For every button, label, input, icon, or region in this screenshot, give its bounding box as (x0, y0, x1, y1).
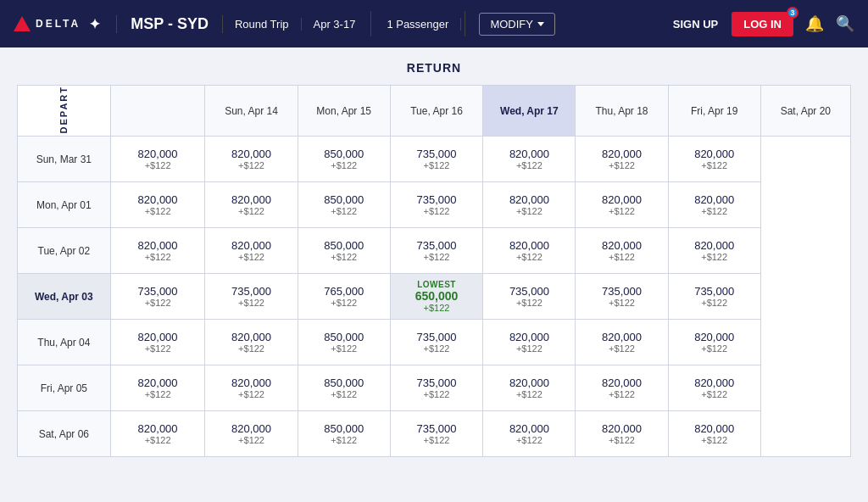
row-date: Mon, Apr 01 (18, 182, 111, 228)
price-cell[interactable]: 820,000+$122 (205, 228, 298, 274)
price-cell[interactable]: 820,000+$122 (205, 137, 298, 182)
search-icon[interactable]: 🔍 (836, 14, 854, 33)
price-cell[interactable]: 850,000+$122 (298, 365, 390, 411)
price-cell[interactable]: 850,000+$122 (298, 411, 390, 457)
price-cell[interactable]: 735,000+$122 (110, 274, 205, 320)
table-row: Fri, Apr 05820,000+$122820,000+$122850,0… (18, 365, 851, 411)
price-cell[interactable]: 820,000+$122 (668, 137, 760, 182)
globe-icon: ✦ (89, 16, 103, 32)
col-header-5: Fri, Apr 19 (668, 86, 760, 137)
price-cell[interactable]: 820,000+$122 (110, 182, 205, 228)
price-cell[interactable]: 820,000+$122 (110, 411, 205, 457)
row-date: Sun, Mar 31 (18, 137, 111, 182)
price-cell[interactable]: 820,000+$122 (205, 182, 298, 228)
col-header-0: Sun, Apr 14 (205, 86, 298, 137)
price-cell[interactable]: 820,000+$122 (576, 411, 668, 457)
table-row: Wed, Apr 03735,000+$122735,000+$122765,0… (18, 274, 851, 320)
modify-button[interactable]: MODIFY (479, 13, 555, 36)
notification-bell-icon[interactable]: 🔔 (805, 14, 824, 33)
price-cell[interactable]: 820,000+$122 (205, 365, 298, 411)
price-cell[interactable]: 735,000+$122 (390, 182, 483, 228)
depart-label: DEPART (58, 86, 69, 133)
col-header-3: Wed, Apr 17 (483, 86, 576, 137)
price-cell[interactable]: 820,000+$122 (483, 137, 576, 182)
row-date: Thu, Apr 04 (18, 320, 111, 365)
row-date: Fri, Apr 05 (18, 365, 111, 411)
row-date: Tue, Apr 02 (18, 228, 111, 274)
signup-button[interactable]: SIGN UP (673, 18, 718, 31)
price-cell[interactable]: 820,000+$122 (110, 320, 205, 365)
logo-text: DELTA (36, 18, 81, 30)
login-button[interactable]: LOG IN 3 (732, 12, 793, 36)
price-cell[interactable]: 820,000+$122 (483, 228, 576, 274)
price-cell[interactable]: 735,000+$122 (483, 274, 576, 320)
col-header-6: Sat, Apr 20 (760, 86, 850, 137)
corner-header (110, 86, 205, 137)
delta-triangle-icon (14, 16, 31, 31)
trip-type: Round Trip (223, 18, 302, 31)
price-cell[interactable]: 850,000+$122 (298, 182, 390, 228)
price-cell[interactable]: 850,000+$122 (298, 228, 390, 274)
price-cell[interactable]: 735,000+$122 (390, 411, 483, 457)
delta-logo: DELTA ✦ (14, 16, 103, 32)
main-content: RETURN DEPART Sun, Apr 14 Mon, Apr 15 Tu… (0, 47, 868, 502)
row-date: Wed, Apr 03 (18, 274, 111, 320)
route-display: MSP - SYD (116, 15, 223, 33)
price-cell[interactable]: 850,000+$122 (298, 137, 390, 182)
price-cell[interactable]: 820,000+$122 (576, 228, 668, 274)
table-row: Tue, Apr 02820,000+$122820,000+$122850,0… (18, 228, 851, 274)
price-cell[interactable]: 820,000+$122 (576, 365, 668, 411)
table-row: Mon, Apr 01820,000+$122820,000+$122850,0… (18, 182, 851, 228)
chevron-down-icon (537, 22, 544, 26)
price-cell[interactable]: 820,000+$122 (110, 228, 205, 274)
price-cell[interactable]: 820,000+$122 (110, 137, 205, 182)
price-cell[interactable]: 820,000+$122 (576, 137, 668, 182)
col-header-4: Thu, Apr 18 (576, 86, 668, 137)
row-date: Sat, Apr 06 (18, 411, 111, 457)
price-cell[interactable]: 735,000+$122 (576, 274, 668, 320)
dates-display: Apr 3-17 (302, 18, 368, 31)
divider (370, 11, 371, 36)
divider2 (465, 11, 465, 36)
price-cell[interactable]: 820,000+$122 (205, 320, 298, 365)
table-row: Sat, Apr 06820,000+$122820,000+$122850,0… (18, 411, 851, 457)
price-cell[interactable]: 820,000+$122 (576, 182, 668, 228)
price-cell[interactable]: 820,000+$122 (668, 228, 760, 274)
table-row: Sun, Mar 31820,000+$122820,000+$122850,0… (18, 137, 851, 182)
table-row: Thu, Apr 04820,000+$122820,000+$122850,0… (18, 320, 851, 365)
price-cell[interactable]: 820,000+$122 (483, 365, 576, 411)
col-header-2: Tue, Apr 16 (390, 86, 483, 137)
price-cell[interactable]: 735,000+$122 (390, 320, 483, 365)
price-cell[interactable]: 735,000+$122 (390, 228, 483, 274)
price-cell[interactable]: 820,000+$122 (668, 365, 760, 411)
price-cell[interactable]: 850,000+$122 (298, 320, 390, 365)
price-cell[interactable]: 820,000+$122 (483, 320, 576, 365)
price-cell[interactable]: 820,000+$122 (668, 320, 760, 365)
notification-badge: 3 (787, 7, 798, 19)
price-cell[interactable]: 820,000+$122 (668, 182, 760, 228)
col-header-1: Mon, Apr 15 (298, 86, 390, 137)
price-cell[interactable]: 820,000+$122 (110, 365, 205, 411)
price-cell[interactable]: 735,000+$122 (390, 365, 483, 411)
header-icons: 🔔 🔍 (805, 14, 854, 33)
header: DELTA ✦ MSP - SYD Round Trip Apr 3-17 1 … (0, 0, 868, 47)
price-cell[interactable]: 765,000+$122 (298, 274, 390, 320)
price-cell[interactable]: 735,000+$122 (668, 274, 760, 320)
price-cell[interactable]: 735,000+$122 (205, 274, 298, 320)
price-cell[interactable]: 735,000+$122 (390, 137, 483, 182)
price-cell[interactable]: 820,000+$122 (576, 320, 668, 365)
section-title: RETURN (17, 61, 851, 75)
passengers-display: 1 Passenger (375, 18, 461, 31)
depart-label-cell: DEPART (18, 86, 111, 137)
price-cell[interactable]: 820,000+$122 (483, 182, 576, 228)
price-cell[interactable]: 820,000+$122 (483, 411, 576, 457)
price-cell[interactable]: 820,000+$122 (205, 411, 298, 457)
price-cell[interactable]: 820,000+$122 (668, 411, 760, 457)
price-cell[interactable]: LOWEST650,000+$122 (390, 274, 483, 320)
calendar-table: DEPART Sun, Apr 14 Mon, Apr 15 Tue, Apr … (17, 85, 851, 457)
